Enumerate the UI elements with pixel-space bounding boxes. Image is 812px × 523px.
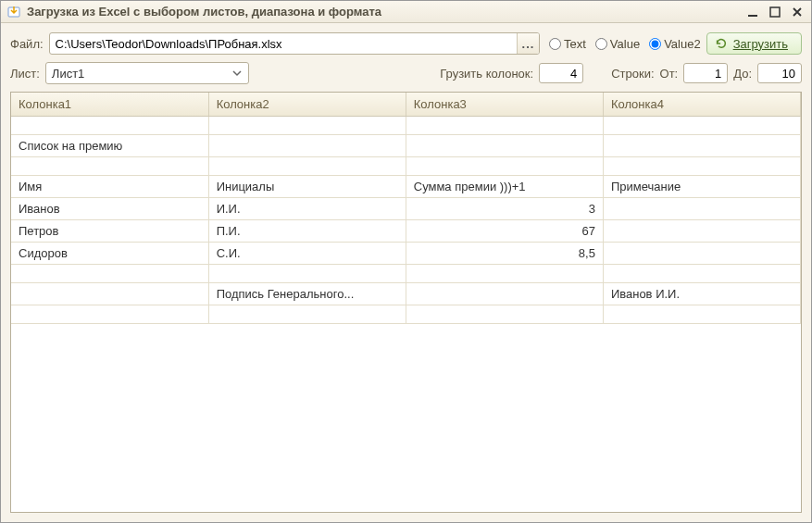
maximize-button[interactable] [767,5,783,19]
from-label: От: [660,67,679,81]
radio-value2[interactable]: Value2 [649,37,701,51]
table-cell[interactable]: Иванов [11,198,208,220]
radio-value2-input[interactable] [649,38,661,50]
table-row[interactable] [11,157,801,176]
table-cell[interactable] [603,220,800,243]
table-header-row: Колонка1 Колонка2 Колонка3 Колонка4 [11,93,801,117]
radio-value2-label: Value2 [664,37,701,51]
table-cell[interactable] [208,135,406,157]
radio-text[interactable]: Text [549,37,586,51]
rows-to-input[interactable] [757,63,802,83]
data-table: Колонка1 Колонка2 Колонка3 Колонка4 Спис… [11,93,801,324]
titlebar: Загрузка из Excel с выбором листов, диап… [1,1,811,23]
radio-value-input[interactable] [595,38,607,50]
load-button[interactable]: Загрузить [706,32,802,55]
table-cell[interactable] [406,265,603,283]
table-row[interactable]: ИмяИнициалыСумма премии )))+1Примечание [11,176,801,198]
table-cell[interactable]: Петров [11,220,208,243]
content-area: Файл: ... Text Value Value2 [1,23,811,522]
rows-from-input[interactable] [683,63,728,83]
table-cell[interactable]: Имя [11,176,208,198]
svg-rect-1 [748,15,757,17]
radio-value[interactable]: Value [595,37,640,51]
radio-value-label: Value [610,37,640,51]
table-cell[interactable] [11,265,208,283]
table-cell[interactable]: Подпись Генерального... [208,283,406,305]
table-cell[interactable]: И.И. [208,198,406,220]
sheet-selected-value: Лист1 [52,67,84,81]
file-row: Файл: ... Text Value Value2 [10,32,802,55]
cols-input[interactable] [539,63,583,83]
format-radio-group: Text Value Value2 [549,37,701,51]
data-table-wrap: Колонка1 Колонка2 Колонка3 Колонка4 Спис… [10,92,802,513]
file-input-wrap: ... [49,32,540,55]
table-cell[interactable] [603,198,800,220]
table-cell[interactable]: 8,5 [406,243,603,265]
close-button[interactable] [789,5,806,19]
table-cell[interactable] [11,283,208,305]
window-title: Загрузка из Excel с выбором листов, диап… [27,5,739,19]
table-cell[interactable] [603,243,800,265]
table-cell[interactable] [11,305,208,324]
table-cell[interactable]: Инициалы [208,176,406,198]
radio-text-label: Text [564,37,586,51]
table-row[interactable] [11,265,801,283]
table-cell[interactable]: Примечание [603,176,800,198]
to-label: До: [733,67,752,81]
col-header-3[interactable]: Колонка3 [406,93,603,117]
refresh-icon [715,37,728,50]
table-row[interactable]: ИвановИ.И.3 [11,198,801,220]
table-cell[interactable] [406,117,603,135]
chevron-down-icon [230,66,244,81]
table-cell[interactable]: Сумма премии )))+1 [406,176,603,198]
table-cell[interactable] [208,117,406,135]
table-body: Список на премиюИмяИнициалыСумма премии … [11,117,801,324]
table-cell[interactable] [208,305,406,324]
col-header-2[interactable]: Колонка2 [208,93,406,117]
table-cell[interactable] [208,265,406,283]
table-cell[interactable] [603,265,800,283]
table-cell[interactable]: Список на премию [11,135,208,157]
table-row[interactable] [11,117,801,135]
file-label: Файл: [10,37,44,51]
table-cell[interactable] [603,135,800,157]
table-row[interactable]: Список на премию [11,135,801,157]
app-window: Загрузка из Excel с выбором листов, диап… [0,0,812,523]
table-cell[interactable] [603,157,800,176]
table-cell[interactable] [11,157,208,176]
radio-text-input[interactable] [549,38,561,50]
table-cell[interactable] [603,117,800,135]
col-header-4[interactable]: Колонка4 [603,93,800,117]
table-cell[interactable]: Сидоров [11,243,208,265]
table-cell[interactable] [406,135,603,157]
minimize-button[interactable] [744,5,761,19]
table-row[interactable]: СидоровС.И.8,5 [11,243,801,265]
browse-button[interactable]: ... [517,33,539,54]
table-cell[interactable]: П.И. [208,220,406,243]
table-cell[interactable]: 67 [406,220,603,243]
sheet-select[interactable]: Лист1 [45,62,249,84]
sheet-label: Лист: [10,67,40,81]
table-cell[interactable]: 3 [406,198,603,220]
table-row[interactable]: ПетровП.И.67 [11,220,801,243]
table-row[interactable] [11,305,801,324]
table-row[interactable]: Подпись Генерального...Иванов И.И. [11,283,801,305]
cols-label: Грузить колонок: [440,67,533,81]
load-button-label: Загрузить [733,37,788,51]
table-cell[interactable]: Иванов И.И. [603,283,800,305]
params-row: Лист: Лист1 Грузить колонок: Строки: От:… [10,62,802,84]
table-cell[interactable]: С.И. [208,243,406,265]
table-cell[interactable] [208,157,406,176]
file-path-input[interactable] [50,33,517,54]
table-cell[interactable] [603,305,800,324]
rows-label: Строки: [611,67,654,81]
table-cell[interactable] [406,157,603,176]
svg-rect-2 [770,7,780,17]
app-icon [6,5,21,19]
table-cell[interactable] [11,117,208,135]
table-cell[interactable] [406,283,603,305]
table-cell[interactable] [406,305,603,324]
col-header-1[interactable]: Колонка1 [11,93,208,117]
